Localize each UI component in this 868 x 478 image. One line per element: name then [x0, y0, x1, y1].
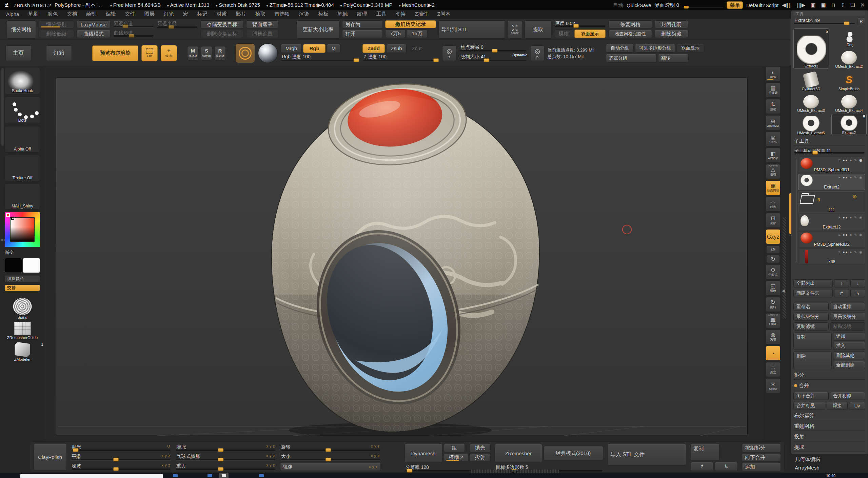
open-button[interactable]: 打开 — [342, 30, 383, 38]
lazymouse-button[interactable]: LazyMouse — [77, 20, 111, 28]
shelf-toggle-button[interactable]: ↻ — [766, 255, 780, 263]
shelf-toggle-button[interactable]: Line Fill ▩ PolyF — [766, 313, 781, 328]
move-out-button[interactable]: ↱ — [834, 289, 849, 297]
blur-slider-button[interactable]: 模糊 2 — [444, 453, 468, 462]
next-doc-icon[interactable]: ∥∥▶ — [796, 2, 806, 8]
tool-item-active[interactable]: 5 Extract2 — [793, 28, 829, 68]
tool-item[interactable]: UMesh_Extract4 — [831, 92, 867, 113]
shelf-toggle-button[interactable]: ∗ Xpose — [766, 378, 781, 393]
group-button[interactable]: 组 — [444, 444, 465, 452]
merge-down-bottom-button[interactable]: 向下合并 — [742, 453, 781, 462]
close-button[interactable]: ✕ — [860, 2, 865, 8]
append-bottom-button[interactable]: 追加 — [742, 463, 781, 471]
menu-item[interactable]: Z脚本 — [437, 11, 451, 17]
dynamesh-button[interactable]: Dynamesh — [405, 444, 442, 463]
store-morph-target-button[interactable]: 存储变换目标 — [200, 20, 244, 28]
right-tray-scrollbar[interactable]: ◀ — [783, 217, 786, 319]
zsub-button[interactable]: Zsub — [386, 44, 407, 53]
subtool-row[interactable]: ≡ ●● ● ✎ ◉ PM3D_Sphere3D2 — [798, 231, 865, 247]
saturation-square[interactable] — [10, 217, 35, 242]
material-selector[interactable]: MAH_Shiny — [5, 184, 40, 210]
menu-item[interactable]: 标记 — [197, 11, 207, 17]
smooth-slider[interactable]: 平滑x y z — [71, 453, 172, 462]
size-slider[interactable]: 大小x y z — [280, 453, 381, 462]
gizmo-mode-button[interactable]: R 旋转轴 — [214, 46, 226, 60]
tool-item[interactable]: UMesh_Extract3 — [793, 92, 829, 113]
menu-item[interactable]: Z插件 — [415, 11, 428, 17]
shelf-toggle-button[interactable]: ↺ — [766, 245, 780, 254]
polish-slider[interactable]: 抛光O — [71, 444, 172, 452]
menu-item[interactable]: 宏 — [183, 11, 188, 17]
insert-button[interactable]: 插入 — [833, 342, 865, 350]
palette-header-partial[interactable]: 工具 — [793, 11, 865, 16]
delete-other-button[interactable]: 删除其他 — [833, 352, 865, 360]
tool-slider[interactable]: Extract2. 49 — [793, 17, 855, 25]
menu-item[interactable]: 文档 — [67, 11, 77, 17]
shelf-toggle-button[interactable]: ◔ — [766, 346, 781, 361]
lightbox-button[interactable]: 灯箱 — [46, 45, 72, 61]
copy-filter-button[interactable]: 复制滤镜 — [793, 322, 829, 331]
menu-item[interactable]: 笔刷 — [28, 11, 38, 17]
paste-filter-button[interactable]: 粘贴滤镜 — [830, 322, 865, 331]
brush-selector[interactable]: SnakeHook — [5, 67, 40, 94]
backface-mask-button[interactable]: 背面遮罩 — [246, 20, 279, 28]
tool-item[interactable]: UMesh_Extract5 — [793, 114, 829, 135]
auto-reorder-button[interactable]: 自动重排 — [830, 303, 865, 311]
lazy-step-slider[interactable]: 延迟步进 — [113, 20, 154, 28]
shelf-toggle-button[interactable]: ◧ AC50% — [766, 148, 781, 163]
extract-button[interactable]: 提取 — [525, 20, 552, 39]
noise-slider[interactable]: 噪波x y z — [71, 463, 172, 471]
rename-button[interactable]: 重命名 — [793, 303, 829, 311]
current-material-sphere[interactable] — [258, 43, 278, 63]
delete-lower-button[interactable]: 删除低级 — [38, 30, 74, 38]
menu-item[interactable]: 首选项 — [274, 11, 290, 17]
menu-item[interactable]: 影片 — [236, 11, 246, 17]
split-by-groups-button[interactable]: 按组拆分 — [742, 444, 781, 452]
menu-item[interactable]: 灯光 — [163, 11, 174, 17]
draw-mode-button[interactable]: + 绘 制 — [161, 45, 177, 61]
claypolish-button[interactable]: ClayPolish — [34, 444, 67, 470]
mirror-button[interactable]: 镜像x y z — [280, 463, 381, 471]
quicksave-button[interactable]: QuickSave — [627, 2, 651, 8]
menu-item[interactable]: 笔触 — [337, 11, 348, 17]
shelf-toggle-button[interactable]: ⊡ 局部 — [766, 213, 781, 228]
list-all-button[interactable]: 全部列出 — [793, 279, 833, 287]
shelf-toggle-button[interactable]: ⇅ 滚动 — [766, 99, 781, 114]
subtool-scroll-indicator[interactable] — [789, 193, 791, 234]
taskbar-app-icon[interactable] — [208, 474, 212, 477]
document-area[interactable] — [56, 77, 748, 435]
undo-limit-75k-button[interactable]: 7万5 — [385, 29, 406, 38]
shelf-toggle-button[interactable]: ⊕ Zoom2D — [766, 115, 781, 130]
taskbar-active-app[interactable] — [219, 473, 229, 478]
save-as-button[interactable]: 另存为 — [342, 20, 383, 28]
menu-item[interactable]: 渲染 — [299, 11, 309, 17]
menu-item[interactable]: 纹理 — [357, 11, 367, 17]
delete-morph-target-button[interactable]: 删除变换目标 — [200, 30, 244, 38]
dynamic-size-icon[interactable]: ◎D — [530, 45, 545, 61]
delete-hidden-button[interactable]: 删除隐藏 — [654, 30, 688, 38]
split-section-header[interactable]: 拆分 — [793, 371, 865, 380]
menu-item[interactable]: 颜色 — [47, 11, 58, 17]
shelf-toggle-button[interactable]: ◐ BPR — [766, 66, 781, 81]
shelf-toggle-button[interactable]: ⇔ 对称 — [766, 197, 781, 212]
subdivide-button[interactable]: 细分网格 — [7, 20, 36, 39]
stroke-size-icon[interactable]: ◎S — [442, 45, 456, 61]
subtool-row-icons[interactable]: ≡ ●● ● ✎ ◉ — [839, 158, 863, 162]
in-arrow-button[interactable]: ↳ — [715, 462, 738, 471]
gizmo-mode-button[interactable]: S 缩放轴 — [201, 46, 212, 60]
menu-item[interactable]: 绘制 — [86, 11, 96, 17]
curve-mode-button[interactable]: 曲线模式 — [77, 30, 111, 38]
tray-handle-icon[interactable]: ◀ — [782, 288, 785, 293]
left-scrollbar[interactable] — [1, 68, 4, 146]
subtool-row-icons[interactable]: ≡ ●● ● ✎ ◉ — [839, 250, 863, 254]
move-down-button[interactable]: ↓ — [850, 279, 865, 287]
menu-item[interactable]: 变换 — [395, 11, 406, 17]
main-color-swatch[interactable] — [5, 258, 22, 273]
spiral-stroke-item[interactable]: Spiral — [5, 298, 40, 319]
shelf-toggle-button[interactable]: Gxyz — [766, 229, 781, 244]
current-brush-preview[interactable] — [235, 43, 255, 63]
subtool-section-title[interactable]: 子工具 — [793, 137, 865, 146]
shelf-toggle-button[interactable]: ∴ 孤立 — [766, 362, 781, 377]
inflate-slider[interactable]: 膨胀x y z — [175, 444, 276, 452]
geometry-palette-header[interactable]: 几何体编辑 — [795, 456, 866, 463]
